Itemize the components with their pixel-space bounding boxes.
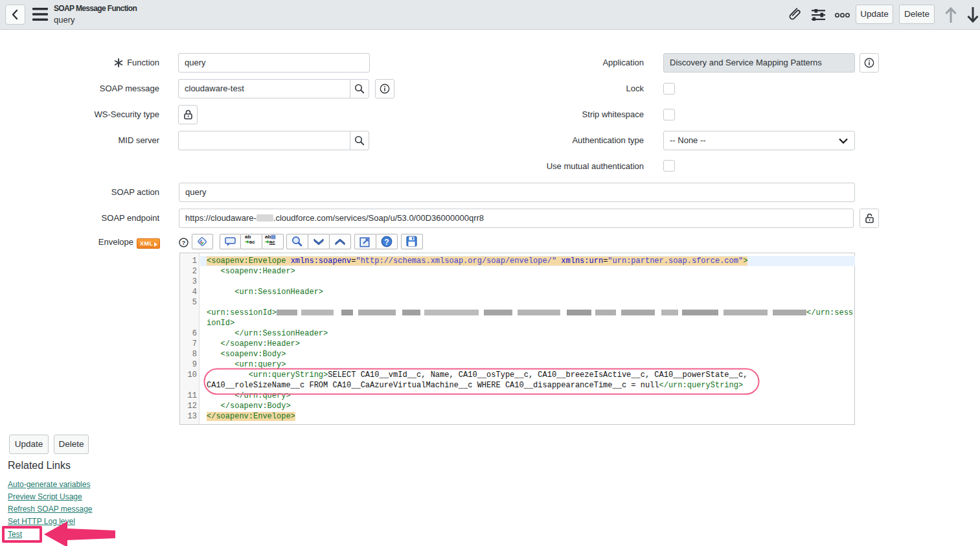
- svg-text:?: ?: [182, 239, 186, 246]
- svg-text:?: ?: [384, 238, 389, 247]
